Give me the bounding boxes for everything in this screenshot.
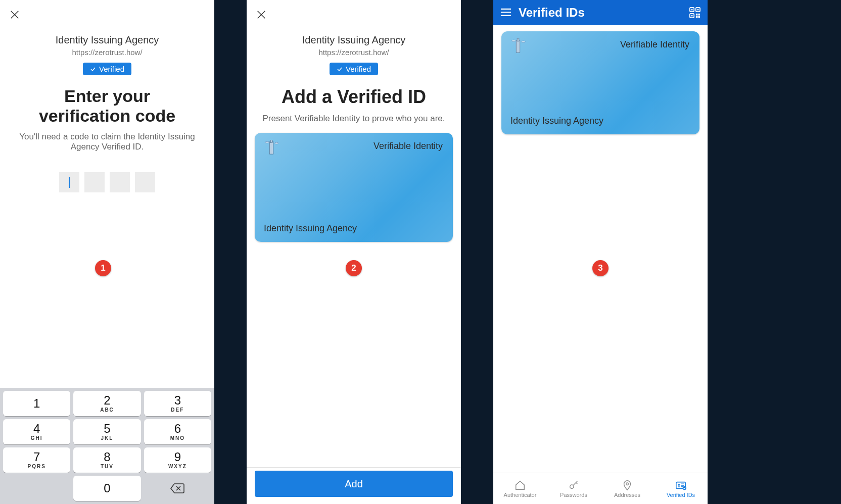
id-card-icon <box>675 480 687 491</box>
card-issuer: Identity Issuing Agency <box>264 223 444 234</box>
close-icon[interactable] <box>256 9 267 20</box>
screen-add-verified-id: Identity Issuing Agency https://zerotrus… <box>247 0 461 504</box>
svg-rect-10 <box>696 14 698 16</box>
svg-point-19 <box>626 482 629 485</box>
card-logo-icon <box>264 140 279 155</box>
card-kind: Verifiable Identity <box>620 39 689 50</box>
verified-id-card[interactable]: Verifiable Identity Identity Issuing Age… <box>501 31 699 134</box>
svg-rect-2 <box>269 142 273 154</box>
divider <box>247 467 461 468</box>
verified-badge: Verified <box>330 63 378 75</box>
step-badge-1: 1 <box>95 260 111 276</box>
add-button[interactable]: Add <box>255 471 453 497</box>
issuer-name: Identity Issuing Agency <box>0 34 214 46</box>
key-icon <box>568 480 580 491</box>
svg-rect-11 <box>698 16 700 18</box>
step-badge-2: 2 <box>346 260 362 276</box>
issuer-name: Identity Issuing Agency <box>247 34 461 46</box>
key-3[interactable]: 3DEF <box>144 391 211 416</box>
issuer-block: Identity Issuing Agency https://zerotrus… <box>0 34 214 75</box>
key-1[interactable]: 1 <box>3 391 70 416</box>
card-logo-icon <box>510 38 526 54</box>
code-digit-4[interactable] <box>135 172 155 192</box>
key-9[interactable]: 9WXYZ <box>144 447 211 473</box>
page-subhead: Present Verifiable Identity to prove who… <box>247 114 461 124</box>
tab-label: Addresses <box>614 492 640 498</box>
screen-verified-ids-list: Verified IDs Verifiable Identity Identit… <box>493 0 708 504</box>
verified-label: Verified <box>99 65 124 73</box>
code-digit-2[interactable] <box>84 172 105 192</box>
close-icon[interactable] <box>9 9 20 20</box>
svg-rect-7 <box>697 9 699 11</box>
card-kind: Verifiable Identity <box>373 141 443 152</box>
step-badge-3: 3 <box>592 260 609 276</box>
issuer-url: https://zerotrust.how/ <box>247 48 461 57</box>
issuer-url: https://zerotrust.how/ <box>0 48 214 57</box>
page-title: Enter your verification code <box>0 86 214 126</box>
tab-authenticator[interactable]: Authenticator <box>493 473 547 504</box>
svg-rect-9 <box>691 15 693 17</box>
page-title: Add a Verified ID <box>247 86 461 108</box>
svg-point-1 <box>275 142 279 144</box>
issuer-block: Identity Issuing Agency https://zerotrus… <box>247 34 461 75</box>
svg-point-21 <box>678 484 680 486</box>
tab-verified-ids[interactable]: Verified IDs <box>654 473 708 504</box>
tab-passwords[interactable]: Passwords <box>547 473 600 504</box>
svg-point-15 <box>522 41 526 42</box>
home-icon <box>514 480 526 491</box>
svg-rect-3 <box>270 140 272 143</box>
tab-label: Authenticator <box>504 492 537 498</box>
topbar: Verified IDs <box>493 0 708 25</box>
tab-label: Passwords <box>560 492 587 498</box>
key-2[interactable]: 2ABC <box>73 391 141 416</box>
verified-label: Verified <box>346 65 371 73</box>
verified-id-card[interactable]: Verifiable Identity Identity Issuing Age… <box>255 133 453 242</box>
topbar-title: Verified IDs <box>519 6 689 20</box>
card-issuer: Identity Issuing Agency <box>510 116 690 126</box>
verified-badge: Verified <box>83 63 131 75</box>
pin-icon <box>621 480 633 491</box>
tab-label: Verified IDs <box>667 492 695 498</box>
code-digit-3[interactable] <box>110 172 130 192</box>
menu-icon[interactable] <box>500 8 511 17</box>
svg-rect-12 <box>698 14 700 16</box>
numeric-keypad: 1 2ABC 3DEF 4GHI 5JKL 6MNO 7PQRS 8TUV 9W… <box>0 388 214 504</box>
key-backspace[interactable] <box>144 476 211 501</box>
key-5[interactable]: 5JKL <box>73 419 141 444</box>
page-subhead: You'll need a code to claim the Identity… <box>0 132 214 152</box>
qr-scan-icon[interactable] <box>689 7 700 18</box>
key-6[interactable]: 6MNO <box>144 419 211 444</box>
key-0[interactable]: 0 <box>73 476 141 501</box>
svg-rect-16 <box>516 40 520 53</box>
svg-rect-17 <box>517 38 519 41</box>
svg-point-22 <box>683 486 686 489</box>
backspace-icon <box>170 483 185 494</box>
svg-point-0 <box>265 141 269 143</box>
tabbar: Authenticator Passwords Addresses Verifi… <box>493 473 708 504</box>
key-4[interactable]: 4GHI <box>3 419 70 444</box>
svg-point-14 <box>512 40 516 41</box>
code-input-group <box>0 172 214 192</box>
svg-rect-13 <box>696 16 698 18</box>
key-7[interactable]: 7PQRS <box>3 447 70 473</box>
code-digit-1[interactable] <box>59 172 79 192</box>
svg-rect-5 <box>691 9 693 11</box>
key-8[interactable]: 8TUV <box>73 447 141 473</box>
screen-enter-code: Identity Issuing Agency https://zerotrus… <box>0 0 214 504</box>
svg-point-18 <box>570 485 574 488</box>
keypad-spacer <box>3 476 70 501</box>
tab-addresses[interactable]: Addresses <box>600 473 654 504</box>
